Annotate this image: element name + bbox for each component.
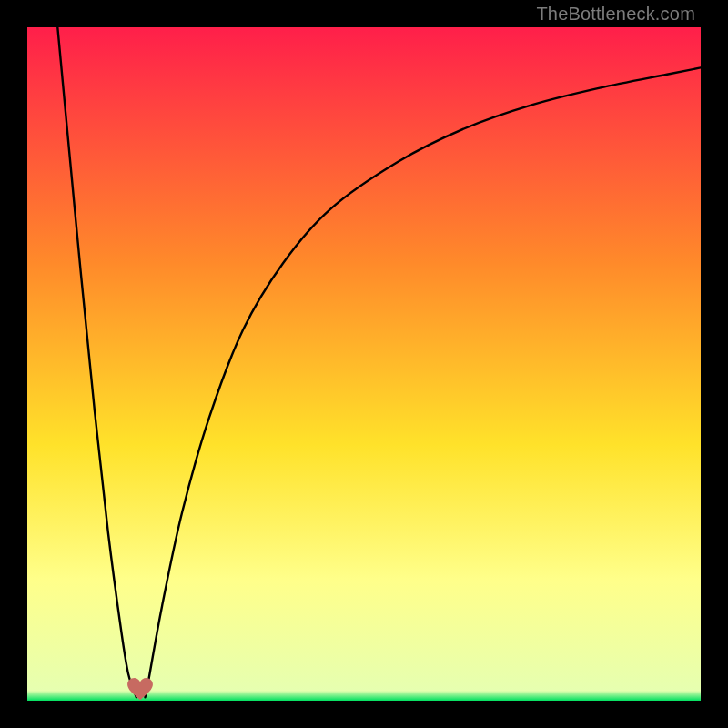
heart-marker-icon (126, 678, 154, 701)
curve-left-branch (57, 27, 136, 697)
watermark-text: TheBottleneck.com (536, 4, 695, 25)
bottleneck-curve (27, 27, 701, 701)
curve-right-branch (146, 67, 702, 697)
plot-area (27, 27, 701, 701)
chart-frame: TheBottleneck.com (0, 0, 728, 728)
